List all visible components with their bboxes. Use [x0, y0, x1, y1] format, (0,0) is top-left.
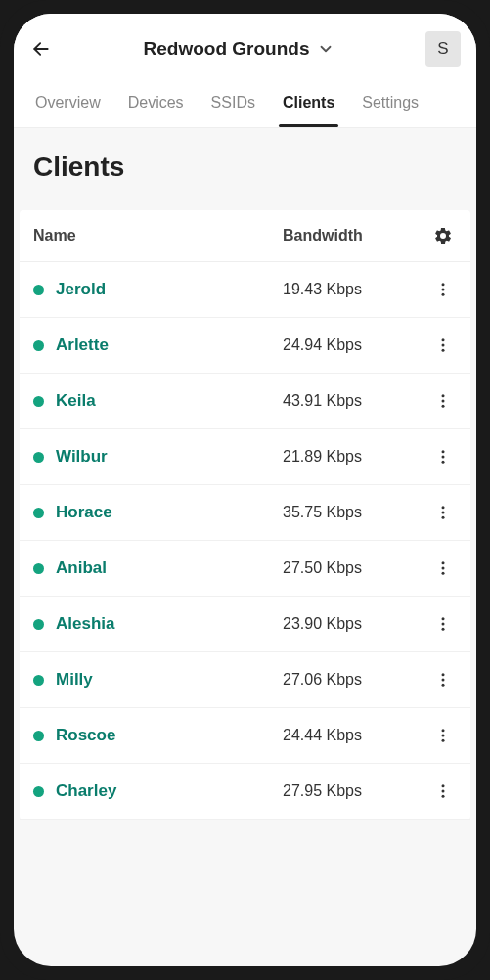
- svg-point-13: [442, 506, 445, 509]
- client-name-link[interactable]: Keila: [56, 391, 283, 411]
- more-vertical-icon: [434, 671, 452, 689]
- tab-ssids[interactable]: SSIDs: [198, 80, 269, 127]
- svg-point-27: [442, 739, 445, 742]
- row-actions-button[interactable]: [429, 448, 457, 466]
- svg-point-20: [442, 623, 445, 626]
- row-actions-button[interactable]: [429, 615, 457, 633]
- svg-point-16: [442, 561, 445, 564]
- more-vertical-icon: [434, 559, 452, 577]
- table-row: Aleshia 23.90 Kbps: [20, 597, 470, 652]
- client-name-link[interactable]: Arlette: [56, 335, 283, 355]
- svg-point-28: [442, 784, 445, 787]
- status-dot: [33, 731, 44, 741]
- svg-point-8: [442, 400, 445, 403]
- col-header-name[interactable]: Name: [33, 227, 283, 245]
- svg-point-25: [442, 729, 445, 732]
- table-row: Keila 43.91 Kbps: [20, 374, 470, 429]
- row-actions-button[interactable]: [429, 559, 457, 577]
- tab-clients[interactable]: Clients: [269, 80, 348, 127]
- tab-settings[interactable]: Settings: [348, 80, 432, 127]
- table-row: Anibal 27.50 Kbps: [20, 541, 470, 597]
- chevron-down-icon: [317, 40, 334, 58]
- bandwidth-value: 19.43 Kbps: [283, 281, 429, 298]
- more-vertical-icon: [434, 336, 452, 354]
- svg-point-7: [442, 394, 445, 397]
- bandwidth-value: 23.90 Kbps: [283, 615, 429, 633]
- svg-point-19: [442, 617, 445, 620]
- table-row: Arlette 24.94 Kbps: [20, 318, 470, 374]
- status-dot: [33, 285, 44, 295]
- row-actions-button[interactable]: [429, 727, 457, 744]
- client-name-link[interactable]: Roscoe: [56, 726, 283, 745]
- svg-point-15: [442, 516, 445, 519]
- more-vertical-icon: [434, 782, 452, 800]
- svg-point-10: [442, 450, 445, 453]
- row-actions-button[interactable]: [429, 281, 457, 298]
- table-header-row: Name Bandwidth: [20, 210, 470, 262]
- svg-point-23: [442, 679, 445, 682]
- svg-point-21: [442, 628, 445, 631]
- bandwidth-value: 21.89 Kbps: [283, 448, 429, 466]
- row-actions-button[interactable]: [429, 504, 457, 521]
- bandwidth-value: 43.91 Kbps: [283, 392, 429, 410]
- more-vertical-icon: [434, 727, 452, 744]
- client-name-link[interactable]: Horace: [56, 503, 283, 522]
- svg-point-14: [442, 512, 445, 514]
- app-header: Redwood Grounds S: [14, 14, 476, 80]
- svg-point-29: [442, 790, 445, 793]
- svg-point-4: [442, 338, 445, 341]
- svg-point-17: [442, 567, 445, 570]
- table-row: Roscoe 24.44 Kbps: [20, 708, 470, 764]
- client-name-link[interactable]: Wilbur: [56, 447, 283, 467]
- tab-devices[interactable]: Devices: [114, 80, 198, 127]
- more-vertical-icon: [434, 448, 452, 466]
- status-dot: [33, 508, 44, 518]
- table-row: Milly 27.06 Kbps: [20, 652, 470, 708]
- bandwidth-value: 24.94 Kbps: [283, 336, 429, 354]
- svg-point-22: [442, 673, 445, 676]
- content-area: Clients Name Bandwidth Jerold 19.: [14, 128, 476, 820]
- svg-point-9: [442, 405, 445, 408]
- status-dot: [33, 675, 44, 686]
- bandwidth-value: 27.06 Kbps: [283, 671, 429, 689]
- client-name-link[interactable]: Milly: [56, 670, 283, 690]
- row-actions-button[interactable]: [429, 392, 457, 410]
- page-title: Clients: [14, 152, 476, 210]
- site-name: Redwood Grounds: [144, 38, 310, 60]
- gear-icon: [433, 226, 453, 245]
- bandwidth-value: 27.50 Kbps: [283, 559, 429, 577]
- more-vertical-icon: [434, 392, 452, 410]
- client-name-link[interactable]: Anibal: [56, 558, 283, 578]
- row-actions-button[interactable]: [429, 336, 457, 354]
- clients-table: Name Bandwidth Jerold 19.43 Kbps: [20, 210, 470, 820]
- svg-point-2: [442, 289, 445, 291]
- svg-point-24: [442, 684, 445, 687]
- status-dot: [33, 396, 44, 407]
- svg-point-1: [442, 283, 445, 286]
- bandwidth-value: 35.75 Kbps: [283, 504, 429, 521]
- status-dot: [33, 340, 44, 351]
- tab-overview[interactable]: Overview: [22, 80, 114, 127]
- client-name-link[interactable]: Charley: [56, 781, 283, 801]
- svg-point-12: [442, 461, 445, 464]
- row-actions-button[interactable]: [429, 782, 457, 800]
- table-row: Charley 27.95 Kbps: [20, 764, 470, 820]
- avatar[interactable]: S: [425, 31, 461, 67]
- row-actions-button[interactable]: [429, 671, 457, 689]
- table-settings-button[interactable]: [429, 226, 457, 245]
- back-button[interactable]: [29, 37, 53, 61]
- client-name-link[interactable]: Jerold: [56, 280, 283, 299]
- table-row: Jerold 19.43 Kbps: [20, 262, 470, 318]
- status-dot: [33, 619, 44, 630]
- avatar-initial: S: [437, 39, 448, 59]
- more-vertical-icon: [434, 615, 452, 633]
- client-name-link[interactable]: Aleshia: [56, 614, 283, 634]
- svg-point-18: [442, 572, 445, 575]
- svg-point-3: [442, 293, 445, 296]
- bandwidth-value: 27.95 Kbps: [283, 782, 429, 800]
- site-selector[interactable]: Redwood Grounds: [53, 38, 425, 60]
- svg-point-30: [442, 795, 445, 798]
- status-dot: [33, 563, 44, 574]
- col-header-bandwidth[interactable]: Bandwidth: [283, 227, 429, 245]
- svg-point-26: [442, 735, 445, 737]
